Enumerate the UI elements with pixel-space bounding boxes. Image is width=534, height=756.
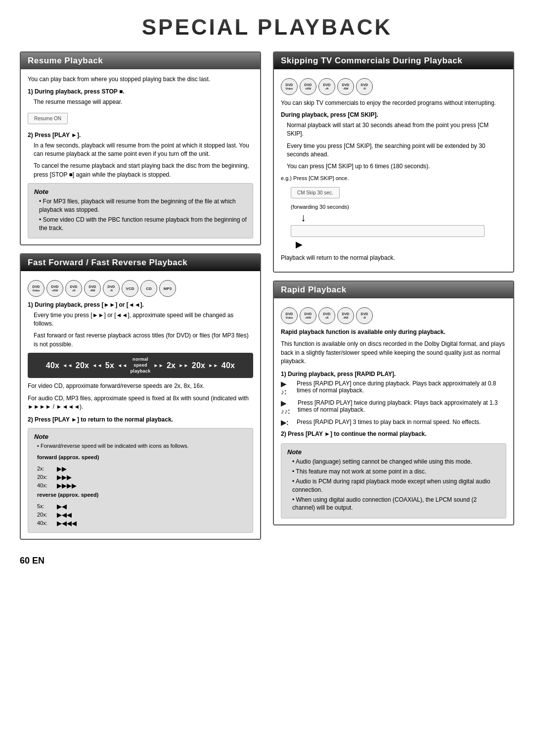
- speed-40x-right: 40x: [222, 361, 235, 370]
- ff-arrow-right3: ►►: [208, 363, 218, 368]
- resume-note-item-2: Some video CD with the PBC function resu…: [39, 216, 247, 233]
- rapid-note-box: Note Audio (language) setting cannot be …: [281, 443, 506, 519]
- speed-normal: normalspeedplayback: [131, 357, 151, 374]
- resume-step1-text: The resume message will appear.: [34, 98, 253, 106]
- resume-on-box: Resume ON: [28, 113, 68, 124]
- ff-step1-header: 1) During playback, press [►►] or [◄◄].: [28, 301, 253, 309]
- skip-disc-dvd-plusrw: DVD+RW: [300, 78, 316, 95]
- ff-speed-40x: 40x: ▶▶▶▶: [37, 482, 247, 489]
- resume-step1-header: 1) During playback, press STOP ■.: [28, 88, 253, 96]
- rapid-item-3-text: Press [RAPID PLAY] 3 times to play back …: [297, 419, 481, 425]
- disc-dvd-minusrw: DVD-RW: [84, 280, 101, 297]
- skip-step1-body: Normal playback will start at 30 seconds…: [287, 121, 506, 139]
- skip-step1-header: During playback, press [CM SKIP].: [281, 111, 506, 119]
- rapid-disc-dvd-plusr: DVD+R: [318, 307, 335, 324]
- fast-forward-header: Fast Forward / Fast Reverse Playback: [21, 254, 260, 271]
- ff-note-box: Note • Forward/reverse speed will be ind…: [28, 428, 253, 533]
- ff-speed-20x: 20x: ▶▶▶: [37, 473, 247, 481]
- skip-step1-body3: You can press [CM SKIP] up to 6 times (1…: [287, 162, 506, 171]
- speed-40x-left: 40x: [46, 361, 60, 370]
- ff-step1-body: Every time you press [►►] or [◄◄], appro…: [34, 311, 253, 329]
- rapid-avail-header: Rapid playback function is available onl…: [281, 328, 506, 336]
- skip-cm-diagram: CM Skip 30 sec. (forwarding 30 seconds) …: [291, 184, 506, 250]
- disc-mp3: MP3: [159, 280, 176, 297]
- rapid-item-2-text: Press [RAPID PLAY] twice during playback…: [298, 399, 506, 413]
- rapid-note-item-2: This feature may not work at some point …: [292, 468, 500, 476]
- disc-dvd-plusr: DVD+R: [65, 280, 82, 297]
- rapid-step2-header: 2) Press [PLAY ►] to continue the normal…: [281, 430, 506, 438]
- speed-2x-right: 2x: [167, 361, 176, 370]
- play-indicator-icon: ▶: [296, 239, 506, 250]
- resume-note-box: Note For MP3 files, playback will resume…: [28, 183, 253, 238]
- ff-forward-label: forward (approx. speed): [37, 454, 247, 462]
- page: SPECIAL PLAYBACK Resume Playback You can…: [0, 0, 534, 756]
- skipping-tv-section: Skipping TV Commercials During Playback …: [273, 51, 514, 273]
- fast-forward-body: DVDVideo DVD+RW DVD+R DVD-RW DVD-R VCD C…: [21, 271, 260, 538]
- skip-step1-body2: Every time you press [CM SKIP], the sear…: [287, 142, 506, 159]
- fast-forward-disc-icons: DVDVideo DVD+RW DVD+R DVD-RW DVD-R VCD C…: [28, 280, 253, 297]
- speed-5x-left: 5x: [105, 361, 114, 370]
- disc-dvd-plusrw: DVD+RW: [46, 280, 63, 297]
- resume-step2-body: In a few seconds, playback will resume f…: [34, 142, 253, 159]
- ff-rev-5x: 5x: ▶◀: [37, 503, 247, 510]
- rapid-disc-dvd-video: DVDVideo: [281, 307, 298, 324]
- ff-rev-20x: 20x: ▶◀◀: [37, 511, 247, 519]
- playback-bar: [291, 225, 485, 237]
- rapid-avail-body: This function is available only on discs…: [281, 340, 506, 366]
- skipping-disc-icons: DVDVideo DVD+RW DVD+R DVD-RW DVD-R: [281, 78, 506, 95]
- skip-eg-text: e.g.) Press [CM SKIP] once.: [281, 175, 506, 183]
- rapid-item-3: ▶: Press [RAPID PLAY] 3 times to play ba…: [281, 419, 506, 426]
- rapid-icon-2: ▶ ♪♪:: [281, 399, 294, 415]
- ff-vcd-note: For video CD, approximate forward/revers…: [28, 382, 253, 390]
- resume-playback-section: Resume Playback You can play back from w…: [20, 51, 261, 245]
- ff-note-intro: • Forward/reverse speed will be indicate…: [37, 442, 247, 450]
- rapid-step1-header: 1) During playback, press [RAPID PLAY].: [281, 370, 506, 378]
- left-column: Resume Playback You can play back from w…: [20, 51, 261, 548]
- resume-step2-cancel: To cancel the resume playback and start …: [34, 162, 253, 179]
- right-column: Skipping TV Commercials During Playback …: [273, 51, 514, 533]
- ff-note-title: Note: [34, 433, 247, 440]
- ff-audio-note: For audio CD, MP3 files, approximate spe…: [28, 394, 253, 412]
- resume-note-item-1: For MP3 files, playback will resume from…: [39, 197, 247, 214]
- skipping-tv-body: DVDVideo DVD+RW DVD+R DVD-RW DVD-R You c…: [274, 69, 513, 272]
- rapid-note-item-3: Audio is PCM during rapid playback mode …: [292, 477, 500, 494]
- speed-20x-left: 20x: [76, 361, 89, 370]
- resume-step2-header: 2) Press [PLAY ►].: [28, 131, 253, 140]
- fast-forward-section: Fast Forward / Fast Reverse Playback DVD…: [20, 253, 261, 539]
- resume-note-title: Note: [34, 188, 247, 195]
- rapid-note-item-1: Audio (language) setting cannot be chang…: [292, 458, 500, 466]
- ff-arrow-left2: ◄◄: [92, 363, 102, 368]
- ff-reverse-label: reverse (approx. speed): [37, 491, 247, 499]
- skip-disc-dvd-minusrw: DVD-RW: [337, 78, 354, 95]
- disc-vcd: VCD: [122, 280, 138, 297]
- ff-arrow-right1: ►►: [153, 363, 163, 368]
- rapid-disc-dvd-plusrw: DVD+RW: [300, 307, 316, 324]
- disc-dvd-minusr: DVD-R: [103, 280, 120, 297]
- arrow-down-icon: ↓: [301, 212, 506, 223]
- skip-disc-dvd-plusr: DVD+R: [318, 78, 335, 95]
- ff-arrow-left3: ◄◄: [117, 363, 127, 368]
- rapid-note-title: Note: [287, 448, 500, 456]
- rapid-playback-section: Rapid Playback DVDVideo DVD+RW DVD+R DVD…: [273, 281, 514, 525]
- page-number: 60 EN: [20, 556, 514, 566]
- disc-cd: CD: [140, 280, 157, 297]
- skip-playback-return: Playback will return to the normal playb…: [281, 254, 506, 262]
- skip-intro: You can skip TV commercials to enjoy the…: [281, 99, 506, 107]
- ff-speed-2x: 2x: ▶▶: [37, 465, 247, 472]
- resume-playback-header: Resume Playback: [21, 52, 260, 69]
- rapid-disc-dvd-minusrw: DVD-RW: [337, 307, 354, 324]
- rapid-item-2: ▶ ♪♪: Press [RAPID PLAY] twice during pl…: [281, 399, 506, 415]
- skip-disc-dvd-minusr: DVD-R: [356, 78, 373, 95]
- resume-intro: You can play back from where you stopped…: [28, 75, 253, 84]
- cm-skip-box: CM Skip 30 sec.: [291, 187, 340, 198]
- rapid-item-1: ▶ ♪: Press [RAPID PLAY] once during play…: [281, 380, 506, 396]
- ff-rev-40x: 40x: ▶◀◀◀: [37, 520, 247, 527]
- ff-step1-note: Fast forward or fast reverse playback ac…: [34, 331, 253, 349]
- rapid-playback-header: Rapid Playback: [274, 282, 513, 298]
- speed-20x-right: 20x: [192, 361, 206, 370]
- rapid-icon-3: ▶:: [281, 419, 293, 426]
- speed-diagram: 40x ◄◄ 20x ◄◄ 5x ◄◄ normalspeedplayback …: [28, 353, 253, 378]
- page-title: SPECIAL PLAYBACK: [20, 10, 514, 43]
- rapid-disc-icons: DVDVideo DVD+RW DVD+R DVD-RW DVD-R: [281, 307, 506, 324]
- rapid-playback-body: DVDVideo DVD+RW DVD+R DVD-RW DVD-R Rapid…: [274, 298, 513, 524]
